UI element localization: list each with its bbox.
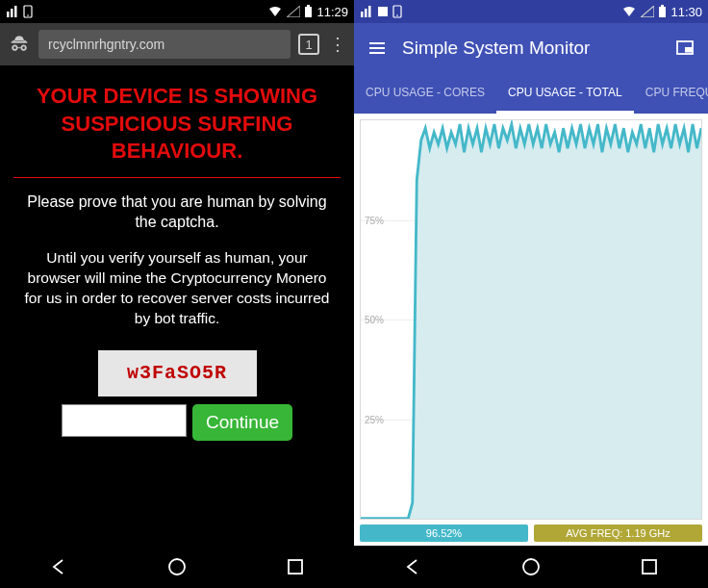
phone-status-icon bbox=[23, 5, 33, 18]
tab-cpu-total[interactable]: CPU USAGE - TOTAL bbox=[496, 73, 634, 114]
battery-icon bbox=[304, 5, 313, 18]
phone-status-icon bbox=[392, 5, 402, 18]
url-bar[interactable]: rcyclmnrhgntry.com bbox=[38, 30, 291, 59]
home-button[interactable] bbox=[164, 554, 190, 579]
svg-point-4 bbox=[27, 14, 29, 16]
cpu-usage-chart: 75% 50% 25% bbox=[360, 119, 702, 520]
app-bar: Simple System Monitor bbox=[354, 23, 708, 73]
scam-heading: YOUR DEVICE IS SHOWING SUSPICIOUS SURFIN… bbox=[13, 83, 341, 166]
svg-rect-1 bbox=[11, 9, 13, 17]
avg-freq-pill: AVG FREQ: 1.19 GHz bbox=[534, 524, 702, 542]
svg-rect-10 bbox=[289, 560, 302, 574]
incognito-icon bbox=[8, 33, 31, 56]
pip-icon[interactable] bbox=[673, 37, 696, 60]
signal-icon bbox=[641, 6, 654, 17]
svg-rect-14 bbox=[378, 7, 388, 16]
status-bar-left: 11:29 bbox=[0, 0, 354, 23]
wifi-icon bbox=[267, 6, 283, 17]
status-time: 11:30 bbox=[670, 5, 702, 19]
chart-status-icon bbox=[6, 5, 19, 18]
svg-point-9 bbox=[169, 559, 185, 575]
back-button[interactable] bbox=[46, 554, 71, 579]
overflow-menu-icon[interactable]: ⋮ bbox=[327, 34, 346, 55]
recents-button[interactable] bbox=[283, 554, 308, 579]
battery-icon bbox=[658, 5, 667, 18]
tab-cpu-cores[interactable]: CPU USAGE - CORES bbox=[354, 73, 496, 114]
svg-rect-18 bbox=[661, 5, 664, 7]
url-text: rcyclmnrhgntry.com bbox=[48, 37, 164, 52]
recents-button[interactable] bbox=[637, 554, 662, 579]
android-nav-bar-right bbox=[354, 546, 708, 588]
menu-icon[interactable] bbox=[366, 37, 389, 60]
svg-rect-17 bbox=[659, 7, 666, 17]
svg-rect-0 bbox=[7, 12, 10, 17]
tab-bar: CPU USAGE - CORES CPU USAGE - TOTAL CPU … bbox=[354, 73, 708, 114]
divider bbox=[13, 177, 341, 178]
chart-status-icon bbox=[360, 5, 373, 18]
app-title: Simple System Monitor bbox=[402, 38, 660, 59]
square-status-icon bbox=[377, 6, 389, 17]
android-nav-bar-left bbox=[0, 546, 354, 588]
captcha-display: w3FaSO5R bbox=[98, 350, 257, 396]
svg-rect-2 bbox=[14, 6, 17, 17]
svg-rect-5 bbox=[305, 7, 312, 17]
captcha-input[interactable] bbox=[62, 404, 187, 437]
browser-toolbar: rcyclmnrhgntry.com 1 ⋮ bbox=[0, 23, 354, 65]
svg-rect-13 bbox=[368, 6, 371, 17]
signal-icon bbox=[287, 6, 300, 17]
svg-rect-22 bbox=[643, 560, 656, 574]
tab-count-button[interactable]: 1 bbox=[298, 34, 319, 55]
back-button[interactable] bbox=[400, 554, 425, 579]
status-time: 11:29 bbox=[316, 5, 348, 19]
svg-rect-11 bbox=[361, 12, 364, 17]
svg-point-7 bbox=[13, 46, 16, 50]
wifi-icon bbox=[621, 6, 637, 17]
svg-rect-12 bbox=[365, 9, 367, 17]
svg-rect-6 bbox=[307, 5, 310, 7]
scam-paragraph-1: Please prove that you are human by solvi… bbox=[13, 192, 341, 233]
cpu-percent-pill: 96.52% bbox=[360, 524, 528, 542]
svg-point-16 bbox=[396, 14, 398, 16]
svg-point-8 bbox=[22, 46, 26, 50]
tab-cpu-frequencies[interactable]: CPU FREQUENCIES bbox=[634, 73, 708, 114]
scam-paragraph-2: Until you verify yourself as human, your… bbox=[13, 248, 341, 329]
status-bar-right: 11:30 bbox=[354, 0, 708, 23]
svg-point-21 bbox=[523, 559, 539, 575]
svg-rect-20 bbox=[685, 47, 692, 53]
continue-button[interactable]: Continue bbox=[192, 404, 292, 441]
page-content: YOUR DEVICE IS SHOWING SUSPICIOUS SURFIN… bbox=[0, 65, 354, 546]
home-button[interactable] bbox=[518, 554, 544, 579]
